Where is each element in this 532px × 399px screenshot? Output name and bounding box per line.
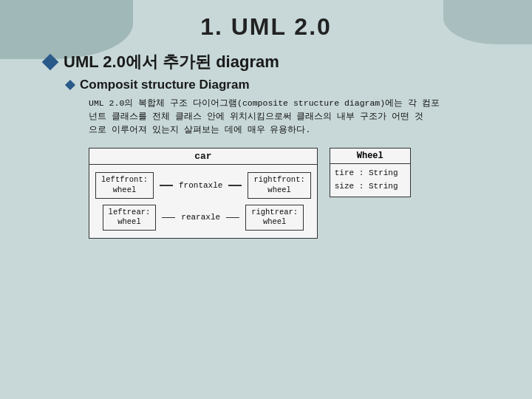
description-line2: 넌트 클래스를 전체 클래스 안에 위치시킴으로써 클래스의 내부 구조가 어떤… <box>89 112 423 121</box>
car-class-box: car leftfront: wheel frontaxle rightfron… <box>89 148 318 239</box>
connector-right-front <box>228 185 242 186</box>
main-title: 1. UML 2.0 <box>30 13 502 41</box>
page-container: 1. UML 2.0 UML 2.0에서 추가된 diagram Composi… <box>0 0 532 399</box>
rightrear-wheel-node: rightrear: wheel <box>245 205 304 231</box>
car-row-rear: leftrear: wheel rearaxle rightrear: whee… <box>95 205 311 231</box>
sub-heading: Composit structure Diagram <box>66 78 502 92</box>
description-line1: UML 2.0의 복합체 구조 다이어그램(composite structur… <box>89 98 440 108</box>
connector-left-front <box>160 185 173 186</box>
rearaxle-label: rearaxle <box>181 213 220 222</box>
wheel-class-box: Wheel tire : String size : String <box>330 148 411 197</box>
frontaxle-label: frontaxle <box>179 181 222 190</box>
rightrear-line2: wheel <box>251 217 298 228</box>
wheel-attr-tire: tire : String <box>335 167 406 180</box>
rightfront-line2: wheel <box>253 185 304 196</box>
sub-heading-text: Composit structure Diagram <box>80 78 250 92</box>
rightfront-wheel-node: rightfront: wheel <box>248 172 310 198</box>
connector-right-rear <box>226 217 239 219</box>
wheel-class-attrs: tire : String size : String <box>330 164 410 196</box>
sub-bullet-icon <box>65 80 75 90</box>
section-heading: UML 2.0에서 추가된 diagram <box>44 51 502 73</box>
connector-left-rear <box>162 217 175 219</box>
car-inner: leftfront: wheel frontaxle rightfront: w… <box>89 165 317 238</box>
diamond-bullet-icon <box>42 54 59 71</box>
content-section: UML 2.0에서 추가된 diagram Composit structure… <box>30 51 502 239</box>
description-line3: 으로 이루어져 있는지 살펴보는 데에 매우 유용하다. <box>89 125 310 134</box>
leftfront-line2: wheel <box>101 185 148 196</box>
uml-diagram-area: car leftfront: wheel frontaxle rightfron… <box>89 148 502 239</box>
car-title: car <box>89 149 317 165</box>
section-heading-text: UML 2.0에서 추가된 diagram <box>64 51 279 73</box>
title-section: 1. UML 2.0 <box>30 0 502 51</box>
wheel-class-title: Wheel <box>330 149 410 164</box>
leftfront-wheel-node: leftfront: wheel <box>95 172 154 198</box>
leftfront-line1: leftfront: <box>101 175 148 185</box>
wheel-attr-size: size : String <box>335 180 406 194</box>
leftrear-wheel-node: leftrear: wheel <box>103 205 157 231</box>
car-row-front: leftfront: wheel frontaxle rightfront: w… <box>95 172 311 198</box>
rightfront-line1: rightfront: <box>253 175 304 185</box>
leftrear-line2: wheel <box>109 217 151 228</box>
leftrear-line1: leftrear: <box>109 208 151 218</box>
description-text: UML 2.0의 복합체 구조 다이어그램(composite structur… <box>89 97 502 136</box>
rightrear-line1: rightrear: <box>251 208 298 218</box>
